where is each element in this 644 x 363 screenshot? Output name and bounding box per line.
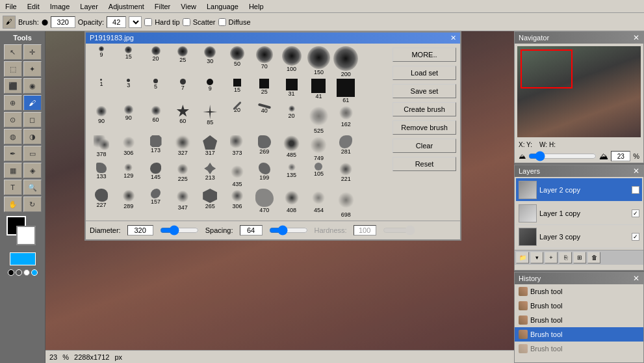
opacity-select[interactable]: [129, 16, 142, 28]
brush-cell[interactable]: 485: [279, 135, 305, 161]
brush-cell[interactable]: 90: [88, 105, 114, 134]
brush-cell[interactable]: [360, 135, 386, 161]
brush-cell[interactable]: 265: [197, 189, 223, 218]
brush-cell[interactable]: 90: [116, 105, 142, 134]
brush-cell[interactable]: 30: [197, 46, 223, 77]
brush-cell[interactable]: 25: [170, 46, 196, 77]
clone-tool[interactable]: ⊙: [4, 112, 22, 128]
text-tool[interactable]: T: [4, 180, 22, 195]
brush-cell[interactable]: 3: [116, 79, 142, 103]
brush-cell[interactable]: 749: [306, 135, 332, 161]
menu-help[interactable]: Help: [244, 1, 269, 12]
brush-cell[interactable]: 135: [279, 163, 305, 187]
brush-cell[interactable]: 145: [143, 163, 169, 187]
diameter-input[interactable]: [127, 225, 153, 235]
canvas-area[interactable]: P1919183.jpg ✕ 9 15 20 25 30: [45, 31, 514, 363]
brush-cell[interactable]: 100: [279, 46, 305, 77]
brush-cell[interactable]: 150: [306, 46, 332, 77]
save-set-button[interactable]: Save set: [393, 84, 456, 98]
brush-popup-close[interactable]: ✕: [450, 34, 456, 42]
remove-brush-button[interactable]: Remove brush: [393, 120, 456, 135]
brush-cell[interactable]: 41: [306, 79, 332, 103]
brush-cell[interactable]: [360, 79, 386, 103]
navigator-zoom-input[interactable]: [611, 151, 630, 161]
hand-tool[interactable]: ✋: [4, 196, 22, 212]
history-item-2[interactable]: Brush tool: [515, 313, 643, 327]
brush-cell[interactable]: 20: [224, 105, 250, 134]
brush-cell[interactable]: 347: [170, 189, 196, 218]
history-item-4[interactable]: Brush tool: [515, 342, 643, 356]
layer-visibility[interactable]: ✓: [632, 233, 639, 241]
new-layer-button[interactable]: +: [545, 252, 558, 263]
crop-tool[interactable]: ⬛: [4, 78, 22, 94]
spacing-input[interactable]: [240, 225, 263, 235]
brush-cell[interactable]: [360, 105, 386, 134]
brush-cell[interactable]: 269: [251, 135, 277, 161]
create-brush-button[interactable]: Create brush: [393, 102, 456, 116]
brush-cell[interactable]: 25: [251, 79, 277, 103]
zoom-decrease-icon[interactable]: ⛰: [519, 152, 526, 160]
brush-cell[interactable]: [360, 163, 386, 187]
eraser-tool[interactable]: ◻: [23, 112, 42, 128]
brush-cell[interactable]: 20: [279, 105, 305, 134]
history-item-0[interactable]: Brush tool: [515, 284, 643, 299]
brush-cell[interactable]: 225: [170, 163, 196, 187]
brush-cell[interactable]: 306: [224, 189, 250, 218]
menu-edit[interactable]: Edit: [22, 1, 45, 12]
menu-language[interactable]: Language: [201, 1, 244, 12]
brush-grid[interactable]: 9 15 20 25 30 50 70 100 150 200: [86, 44, 389, 221]
layer-visibility[interactable]: ✓: [632, 209, 639, 217]
brush-cell[interactable]: 221: [333, 163, 359, 187]
blur-tool[interactable]: ◍: [4, 129, 22, 144]
delete-layer-button[interactable]: 🗑: [587, 252, 600, 263]
history-close[interactable]: ✕: [633, 274, 639, 283]
brush-cell[interactable]: 85: [197, 105, 223, 134]
brush-cell[interactable]: 105: [306, 163, 332, 187]
brush-cell[interactable]: 20: [143, 46, 169, 77]
brush-cell[interactable]: 306: [116, 135, 142, 161]
brush-cell[interactable]: 470: [251, 189, 277, 218]
navigator-close[interactable]: ✕: [633, 33, 639, 42]
brush-cell[interactable]: 15: [224, 79, 250, 103]
zoom-increase-icon[interactable]: ⛰: [599, 151, 608, 161]
menu-layer[interactable]: Layer: [75, 1, 103, 12]
clear-button[interactable]: Clear: [393, 139, 456, 153]
brush-cell[interactable]: 200: [333, 46, 359, 77]
brush-cell[interactable]: 9: [88, 46, 114, 77]
fill-tool[interactable]: ◈: [23, 163, 42, 178]
brush-cell[interactable]: 50: [224, 46, 250, 77]
history-item-1[interactable]: Brush tool: [515, 299, 643, 313]
layer-copy-button[interactable]: ⎘: [559, 252, 572, 263]
brush-cell[interactable]: 60: [170, 105, 196, 134]
brush-cell[interactable]: [360, 189, 386, 218]
more-button[interactable]: MORE..: [393, 47, 456, 62]
brush-cell[interactable]: 31: [279, 79, 305, 103]
reset-button[interactable]: Reset: [393, 157, 456, 171]
opacity-input[interactable]: [107, 16, 126, 28]
gradient-tool[interactable]: ▦: [4, 163, 22, 178]
rotate-tool[interactable]: ↻: [23, 196, 42, 212]
brush-cell[interactable]: 408: [279, 189, 305, 218]
brush-cell[interactable]: 317: [197, 135, 223, 161]
menu-filter[interactable]: Filter: [149, 1, 175, 12]
menu-adjustment[interactable]: Adjustment: [103, 1, 149, 12]
brush-cell[interactable]: 373: [224, 135, 250, 161]
heal-tool[interactable]: ⊕: [4, 95, 22, 111]
brush-cell[interactable]: 60: [143, 105, 169, 134]
brush-cell[interactable]: 199: [251, 163, 277, 187]
hardness-input[interactable]: [354, 225, 376, 235]
brush-cell[interactable]: 281: [333, 135, 359, 161]
menu-view[interactable]: View: [175, 1, 201, 12]
new-layer-set-button[interactable]: 📁: [516, 252, 529, 263]
brush-cell[interactable]: 378: [88, 135, 114, 161]
brush-cell[interactable]: 525: [306, 105, 332, 134]
brush-cell[interactable]: 133: [88, 163, 114, 187]
background-color[interactable]: [16, 226, 36, 245]
zoom-tool[interactable]: 🔍: [23, 180, 42, 195]
select-tool[interactable]: ↖: [4, 44, 22, 60]
hardness-slider[interactable]: [383, 226, 415, 235]
move-tool[interactable]: ✛: [23, 44, 42, 60]
brush-cell[interactable]: 157: [143, 189, 169, 218]
active-color-swatch[interactable]: [10, 252, 36, 265]
brush-size-input[interactable]: [51, 16, 75, 28]
